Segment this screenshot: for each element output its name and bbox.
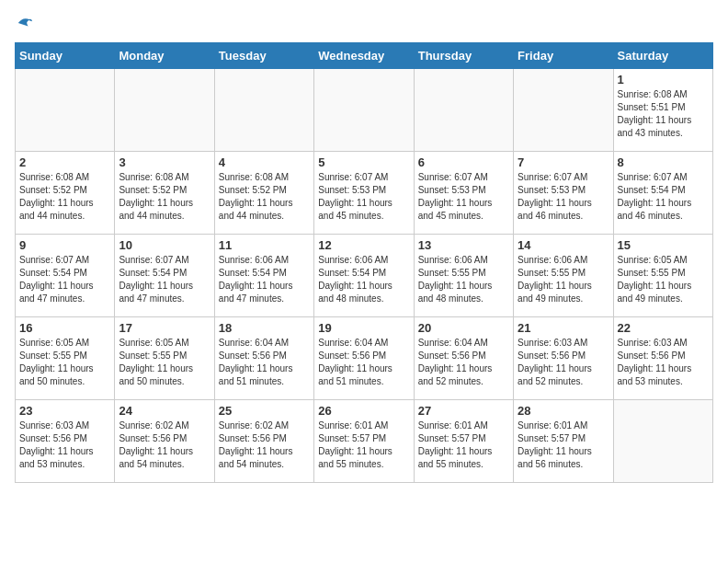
day-number: 22 xyxy=(618,321,709,335)
calendar-cell: 8Sunrise: 6:07 AM Sunset: 5:54 PM Daylig… xyxy=(613,152,712,235)
day-info: Sunrise: 6:07 AM Sunset: 5:54 PM Dayligh… xyxy=(618,171,709,223)
calendar-cell: 13Sunrise: 6:06 AM Sunset: 5:55 PM Dayli… xyxy=(414,235,513,317)
calendar-cell: 9Sunrise: 6:07 AM Sunset: 5:54 PM Daylig… xyxy=(16,235,115,317)
calendar-cell: 16Sunrise: 6:05 AM Sunset: 5:55 PM Dayli… xyxy=(16,317,115,400)
day-number: 4 xyxy=(219,155,310,169)
calendar-table: SundayMondayTuesdayWednesdayThursdayFrid… xyxy=(15,42,713,483)
day-info: Sunrise: 6:05 AM Sunset: 5:55 PM Dayligh… xyxy=(618,254,709,305)
day-info: Sunrise: 6:03 AM Sunset: 5:56 PM Dayligh… xyxy=(19,419,110,471)
day-number: 15 xyxy=(618,238,709,252)
day-number: 28 xyxy=(518,404,609,418)
day-number: 5 xyxy=(318,155,409,169)
calendar-cell xyxy=(414,69,513,152)
calendar-week-1: 1Sunrise: 6:08 AM Sunset: 5:51 PM Daylig… xyxy=(16,69,713,152)
day-number: 12 xyxy=(318,238,409,252)
day-info: Sunrise: 6:04 AM Sunset: 5:56 PM Dayligh… xyxy=(318,337,409,388)
day-info: Sunrise: 6:08 AM Sunset: 5:52 PM Dayligh… xyxy=(19,171,110,223)
calendar-body: 1Sunrise: 6:08 AM Sunset: 5:51 PM Daylig… xyxy=(16,69,713,483)
day-info: Sunrise: 6:05 AM Sunset: 5:55 PM Dayligh… xyxy=(19,337,110,388)
day-info: Sunrise: 6:01 AM Sunset: 5:57 PM Dayligh… xyxy=(318,419,409,471)
calendar-cell: 21Sunrise: 6:03 AM Sunset: 5:56 PM Dayli… xyxy=(514,317,613,400)
calendar-cell: 14Sunrise: 6:06 AM Sunset: 5:55 PM Dayli… xyxy=(514,235,613,317)
day-number: 10 xyxy=(119,238,210,252)
calendar-cell: 19Sunrise: 6:04 AM Sunset: 5:56 PM Dayli… xyxy=(314,317,414,400)
calendar-cell: 6Sunrise: 6:07 AM Sunset: 5:53 PM Daylig… xyxy=(414,152,513,235)
day-info: Sunrise: 6:06 AM Sunset: 5:54 PM Dayligh… xyxy=(219,254,310,305)
day-info: Sunrise: 6:07 AM Sunset: 5:54 PM Dayligh… xyxy=(119,254,210,305)
weekday-header-row: SundayMondayTuesdayWednesdayThursdayFrid… xyxy=(16,43,713,69)
logo-bird-icon xyxy=(17,15,33,31)
calendar-week-5: 23Sunrise: 6:03 AM Sunset: 5:56 PM Dayli… xyxy=(16,400,713,483)
day-number: 14 xyxy=(518,238,609,252)
day-info: Sunrise: 6:07 AM Sunset: 5:53 PM Dayligh… xyxy=(318,171,409,223)
day-number: 1 xyxy=(618,73,709,86)
day-number: 19 xyxy=(318,321,409,335)
logo xyxy=(15,15,33,31)
calendar-cell xyxy=(514,69,613,152)
calendar-cell: 3Sunrise: 6:08 AM Sunset: 5:52 PM Daylig… xyxy=(115,152,214,235)
day-number: 9 xyxy=(19,238,110,252)
day-info: Sunrise: 6:02 AM Sunset: 5:56 PM Dayligh… xyxy=(219,419,310,471)
calendar-cell: 12Sunrise: 6:06 AM Sunset: 5:54 PM Dayli… xyxy=(314,235,414,317)
day-number: 23 xyxy=(19,404,110,418)
day-info: Sunrise: 6:06 AM Sunset: 5:55 PM Dayligh… xyxy=(518,254,609,305)
calendar-cell: 22Sunrise: 6:03 AM Sunset: 5:56 PM Dayli… xyxy=(613,317,712,400)
day-info: Sunrise: 6:08 AM Sunset: 5:51 PM Dayligh… xyxy=(618,88,709,140)
calendar-cell: 15Sunrise: 6:05 AM Sunset: 5:55 PM Dayli… xyxy=(613,235,712,317)
day-number: 26 xyxy=(318,404,409,418)
day-info: Sunrise: 6:02 AM Sunset: 5:56 PM Dayligh… xyxy=(119,419,210,471)
calendar-cell: 4Sunrise: 6:08 AM Sunset: 5:52 PM Daylig… xyxy=(214,152,313,235)
weekday-header-wednesday: Wednesday xyxy=(314,43,414,69)
day-number: 20 xyxy=(418,321,509,335)
day-number: 17 xyxy=(119,321,210,335)
day-number: 25 xyxy=(219,404,310,418)
calendar-cell: 17Sunrise: 6:05 AM Sunset: 5:55 PM Dayli… xyxy=(115,317,214,400)
calendar-week-2: 2Sunrise: 6:08 AM Sunset: 5:52 PM Daylig… xyxy=(16,152,713,235)
calendar-cell xyxy=(214,69,313,152)
day-number: 6 xyxy=(418,155,509,169)
day-number: 21 xyxy=(518,321,609,335)
day-info: Sunrise: 6:06 AM Sunset: 5:54 PM Dayligh… xyxy=(318,254,409,305)
day-info: Sunrise: 6:05 AM Sunset: 5:55 PM Dayligh… xyxy=(119,337,210,388)
calendar-cell: 23Sunrise: 6:03 AM Sunset: 5:56 PM Dayli… xyxy=(16,400,115,483)
day-number: 3 xyxy=(119,155,210,169)
calendar-cell xyxy=(613,400,712,483)
calendar-cell: 2Sunrise: 6:08 AM Sunset: 5:52 PM Daylig… xyxy=(16,152,115,235)
weekday-header-friday: Friday xyxy=(514,43,613,69)
day-number: 16 xyxy=(19,321,110,335)
calendar-cell: 10Sunrise: 6:07 AM Sunset: 5:54 PM Dayli… xyxy=(115,235,214,317)
weekday-header-sunday: Sunday xyxy=(16,43,115,69)
calendar-cell: 1Sunrise: 6:08 AM Sunset: 5:51 PM Daylig… xyxy=(613,69,712,152)
calendar-week-3: 9Sunrise: 6:07 AM Sunset: 5:54 PM Daylig… xyxy=(16,235,713,317)
day-info: Sunrise: 6:04 AM Sunset: 5:56 PM Dayligh… xyxy=(219,337,310,388)
day-info: Sunrise: 6:07 AM Sunset: 5:53 PM Dayligh… xyxy=(418,171,509,223)
day-info: Sunrise: 6:08 AM Sunset: 5:52 PM Dayligh… xyxy=(119,171,210,223)
day-number: 11 xyxy=(219,238,310,252)
page-header xyxy=(15,15,713,31)
day-number: 2 xyxy=(19,155,110,169)
calendar-cell: 25Sunrise: 6:02 AM Sunset: 5:56 PM Dayli… xyxy=(214,400,313,483)
day-info: Sunrise: 6:04 AM Sunset: 5:56 PM Dayligh… xyxy=(418,337,509,388)
calendar-week-4: 16Sunrise: 6:05 AM Sunset: 5:55 PM Dayli… xyxy=(16,317,713,400)
calendar-cell xyxy=(16,69,115,152)
calendar-cell: 11Sunrise: 6:06 AM Sunset: 5:54 PM Dayli… xyxy=(214,235,313,317)
calendar-cell: 24Sunrise: 6:02 AM Sunset: 5:56 PM Dayli… xyxy=(115,400,214,483)
day-number: 18 xyxy=(219,321,310,335)
calendar-cell: 20Sunrise: 6:04 AM Sunset: 5:56 PM Dayli… xyxy=(414,317,513,400)
day-info: Sunrise: 6:07 AM Sunset: 5:54 PM Dayligh… xyxy=(19,254,110,305)
day-info: Sunrise: 6:07 AM Sunset: 5:53 PM Dayligh… xyxy=(518,171,609,223)
calendar-cell: 28Sunrise: 6:01 AM Sunset: 5:57 PM Dayli… xyxy=(514,400,613,483)
weekday-header-monday: Monday xyxy=(115,43,214,69)
day-info: Sunrise: 6:03 AM Sunset: 5:56 PM Dayligh… xyxy=(618,337,709,388)
weekday-header-tuesday: Tuesday xyxy=(214,43,313,69)
day-number: 27 xyxy=(418,404,509,418)
day-number: 24 xyxy=(119,404,210,418)
weekday-header-thursday: Thursday xyxy=(414,43,513,69)
weekday-header-saturday: Saturday xyxy=(613,43,712,69)
calendar-cell xyxy=(314,69,414,152)
day-info: Sunrise: 6:01 AM Sunset: 5:57 PM Dayligh… xyxy=(518,419,609,471)
day-info: Sunrise: 6:06 AM Sunset: 5:55 PM Dayligh… xyxy=(418,254,509,305)
day-info: Sunrise: 6:08 AM Sunset: 5:52 PM Dayligh… xyxy=(219,171,310,223)
calendar-cell xyxy=(115,69,214,152)
day-number: 13 xyxy=(418,238,509,252)
